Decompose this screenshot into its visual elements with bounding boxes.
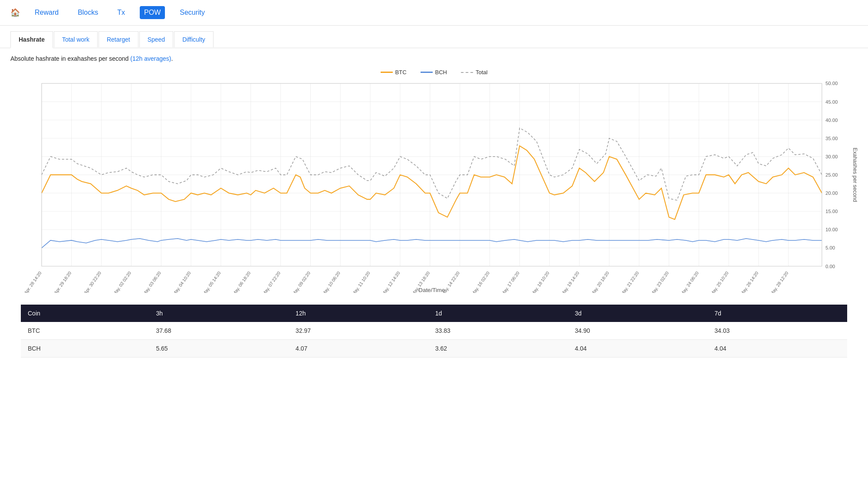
svg-text:May. 03 06:20: May. 03 06:20 (142, 270, 162, 293)
btc-legend-label: BTC (395, 69, 407, 76)
svg-text:May. 11 10:20: May. 11 10:20 (351, 270, 371, 293)
svg-text:May. 23 02:20: May. 23 02:20 (650, 270, 670, 293)
svg-text:May. 09 02:20: May. 09 02:20 (291, 270, 311, 293)
averages-link[interactable]: (12h averages) (130, 55, 171, 62)
table-wrapper: Coin 3h 12h 1d 3d 7d BTC 37.68 32.97 33.… (0, 305, 868, 368)
btc-1d: 33.83 (428, 322, 568, 340)
svg-text:May. 20 18:20: May. 20 18:20 (590, 270, 610, 293)
svg-text:May. 21 22:20: May. 21 22:20 (620, 270, 640, 293)
chart-container: BTC BCH Total (0, 66, 868, 294)
svg-text:May. 07 22:20: May. 07 22:20 (261, 270, 281, 293)
svg-text:May. 04 10:20: May. 04 10:20 (172, 270, 192, 293)
svg-text:May. 16 02:20: May. 16 02:20 (470, 270, 490, 293)
svg-text:15.00: 15.00 (825, 209, 838, 214)
btc-legend-line (381, 72, 393, 73)
bch-coin: BCH (21, 340, 149, 358)
svg-text:5.00: 5.00 (825, 245, 835, 250)
bch-1d: 3.62 (428, 340, 568, 358)
svg-text:May. 26 14:20: May. 26 14:20 (740, 270, 760, 293)
svg-text:May. 19 14:20: May. 19 14:20 (560, 270, 580, 293)
svg-text:May. 25 10:20: May. 25 10:20 (710, 270, 730, 293)
table-header-row: Coin 3h 12h 1d 3d 7d (21, 305, 847, 322)
bch-legend-label: BCH (435, 69, 447, 76)
nav-reward[interactable]: Reward (30, 6, 63, 19)
chart-svg: 50.00 45.00 40.00 35.00 30.00 25.00 20.0… (10, 79, 858, 293)
bch-3d: 4.04 (568, 340, 708, 358)
legend-bch: BCH (421, 69, 447, 76)
svg-text:30.00: 30.00 (825, 154, 838, 159)
chart-svg-wrapper: 50.00 45.00 40.00 35.00 30.00 25.00 20.0… (10, 79, 858, 294)
btc-3h: 37.68 (149, 322, 289, 340)
svg-text:40.00: 40.00 (825, 118, 838, 123)
tabs-bar: Hashrate Total work Retarget Speed Diffi… (0, 26, 868, 48)
svg-text:May. 18 10:20: May. 18 10:20 (530, 270, 550, 293)
legend-total: Total (461, 69, 487, 76)
nav-pow[interactable]: POW (140, 6, 165, 19)
svg-text:May. 17 06:20: May. 17 06:20 (500, 270, 520, 293)
svg-text:45.00: 45.00 (825, 99, 838, 105)
btc-12h: 32.97 (289, 322, 428, 340)
legend-btc: BTC (381, 69, 407, 76)
tab-hashrate[interactable]: Hashrate (10, 31, 53, 48)
nav-tx[interactable]: Tx (113, 6, 129, 19)
bch-line (42, 239, 822, 248)
btc-3d: 34.90 (568, 322, 708, 340)
total-legend-line (461, 72, 473, 73)
svg-text:10.00: 10.00 (825, 227, 838, 232)
svg-text:Apr. 30 22:20: Apr. 30 22:20 (83, 270, 102, 293)
svg-text:20.00: 20.00 (825, 190, 838, 196)
svg-text:35.00: 35.00 (825, 136, 838, 141)
btc-line (42, 146, 822, 220)
svg-text:May. 28 12:20: May. 28 12:20 (769, 270, 789, 293)
svg-text:50.00: 50.00 (825, 81, 838, 86)
data-table: Coin 3h 12h 1d 3d 7d BTC 37.68 32.97 33.… (21, 305, 847, 358)
total-legend-label: Total (476, 69, 487, 76)
table-row: BCH 5.65 4.07 3.62 4.04 4.04 (21, 340, 847, 358)
svg-text:Apr. 28 14:20: Apr. 28 14:20 (23, 270, 43, 293)
tab-retarget[interactable]: Retarget (99, 31, 138, 47)
tab-speed[interactable]: Speed (139, 31, 173, 47)
btc-coin: BTC (21, 322, 149, 340)
bch-12h: 4.07 (289, 340, 428, 358)
svg-text:May. 24 06:20: May. 24 06:20 (680, 270, 700, 293)
table-row: BTC 37.68 32.97 33.83 34.90 34.03 (21, 322, 847, 340)
svg-text:Exahashes per second: Exahashes per second (852, 148, 858, 202)
svg-text:May. 12 14:20: May. 12 14:20 (381, 270, 401, 293)
col-7d: 7d (707, 305, 847, 322)
tab-difficulty[interactable]: Difficulty (174, 31, 214, 47)
svg-text:Date/Time: Date/Time (418, 287, 445, 293)
bch-legend-line (421, 72, 433, 73)
col-3d: 3d (568, 305, 708, 322)
col-12h: 12h (289, 305, 428, 322)
chart-description: Absolute hashrate in exahashes per secon… (0, 48, 868, 66)
nav-bar: 🏠 Reward Blocks Tx POW Security (0, 0, 868, 26)
svg-text:0.00: 0.00 (825, 264, 835, 269)
svg-text:May. 02 02:20: May. 02 02:20 (112, 270, 132, 293)
svg-text:May. 10 06:20: May. 10 06:20 (321, 270, 341, 293)
home-icon[interactable]: 🏠 (10, 8, 20, 17)
col-1d: 1d (428, 305, 568, 322)
svg-text:Apr. 29 18:20: Apr. 29 18:20 (53, 270, 72, 293)
nav-security[interactable]: Security (175, 6, 209, 19)
col-coin: Coin (21, 305, 149, 322)
svg-text:May. 05 14:20: May. 05 14:20 (202, 270, 222, 293)
total-line (42, 128, 822, 200)
svg-text:25.00: 25.00 (825, 172, 838, 177)
chart-legend: BTC BCH Total (10, 69, 858, 76)
svg-text:May. 06 18:20: May. 06 18:20 (232, 270, 252, 293)
tab-totalwork[interactable]: Total work (54, 31, 98, 47)
bch-7d: 4.04 (707, 340, 847, 358)
col-3h: 3h (149, 305, 289, 322)
bch-3h: 5.65 (149, 340, 289, 358)
btc-7d: 34.03 (707, 322, 847, 340)
nav-blocks[interactable]: Blocks (73, 6, 102, 19)
